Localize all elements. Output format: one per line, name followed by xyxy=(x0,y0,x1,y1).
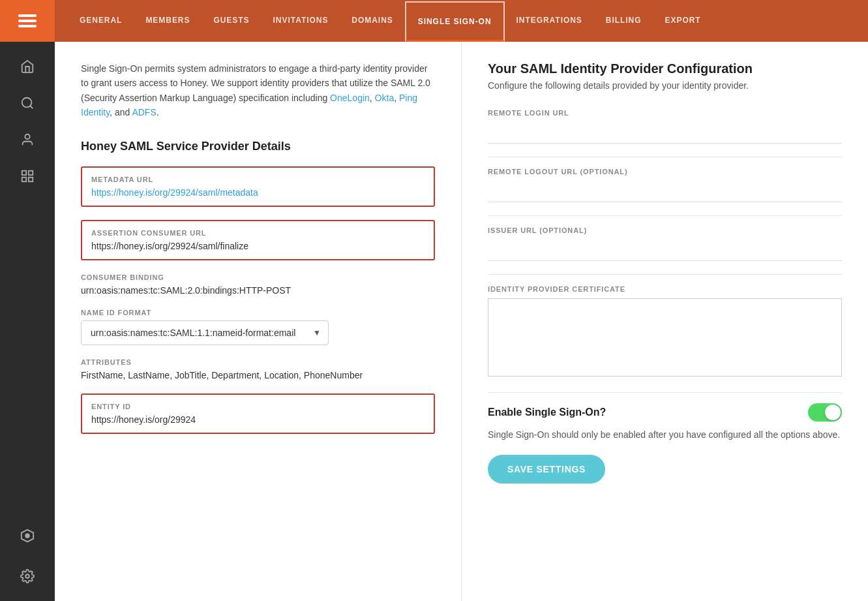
sso-enable-row: Enable Single Sign-On? xyxy=(488,403,842,422)
svg-point-11 xyxy=(25,534,29,538)
nav-invitations[interactable]: INVITATIONS xyxy=(262,0,340,42)
issuer-url-field: ISSUER URL (OPTIONAL) xyxy=(488,226,842,261)
right-title: Your SAML Identity Provider Configuratio… xyxy=(488,61,842,76)
metadata-url-group: METADATA URL https://honey.is/org/29924/… xyxy=(81,166,435,207)
nav-general[interactable]: GENERAL xyxy=(68,0,134,42)
sso-enable-label: Enable Single Sign-On? xyxy=(488,407,606,418)
remote-logout-input[interactable] xyxy=(488,181,842,202)
svg-point-3 xyxy=(22,98,32,108)
onelogin-link[interactable]: OneLogin xyxy=(330,93,370,103)
consumer-binding-group: CONSUMER BINDING urn:oasis:names:tc:SAML… xyxy=(81,273,435,296)
toggle-knob xyxy=(825,405,841,420)
svg-rect-6 xyxy=(22,171,26,175)
right-subtitle: Configure the following details provided… xyxy=(488,80,842,91)
svg-rect-7 xyxy=(29,171,33,175)
remote-logout-label: REMOTE LOGOUT URL (OPTIONAL) xyxy=(488,168,842,176)
svg-rect-2 xyxy=(18,25,37,27)
sso-enable-section: Enable Single Sign-On? Single Sign-On sh… xyxy=(488,392,842,442)
name-id-select[interactable]: urn:oasis:names:tc:SAML:1.1:nameid-forma… xyxy=(81,320,329,345)
name-id-group: NAME ID FORMAT urn:oasis:names:tc:SAML:1… xyxy=(81,309,435,345)
attributes-label: ATTRIBUTES xyxy=(81,358,435,366)
section-title: Honey SAML Service Provider Details xyxy=(81,140,435,153)
nav-billing[interactable]: BILLING xyxy=(594,0,653,42)
nav-export[interactable]: EXPORT xyxy=(653,0,713,42)
save-settings-button[interactable]: SAVE SETTINGS xyxy=(488,455,605,484)
name-id-label: NAME ID FORMAT xyxy=(81,309,435,316)
metadata-url-label: METADATA URL xyxy=(91,176,425,183)
toggle-track xyxy=(808,403,842,422)
remote-login-input[interactable] xyxy=(488,122,842,144)
top-nav: GENERAL MEMBERS GUESTS INVITATIONS DOMAI… xyxy=(55,0,868,42)
nav-single-sign-on[interactable]: SINGLE SIGN-ON xyxy=(405,1,505,42)
entity-id-label: ENTITY ID xyxy=(91,403,425,410)
svg-rect-0 xyxy=(18,14,37,17)
settings-icon[interactable] xyxy=(13,562,42,591)
remote-logout-field: REMOTE LOGOUT URL (OPTIONAL) xyxy=(488,168,842,202)
consumer-binding-label: CONSUMER BINDING xyxy=(81,273,435,281)
nav-guests[interactable]: GUESTS xyxy=(202,0,261,42)
certificate-label: IDENTITY PROVIDER CERTIFICATE xyxy=(488,285,842,293)
entity-id-value: https://honey.is/org/29924 xyxy=(91,414,425,425)
nav-members[interactable]: MEMBERS xyxy=(134,0,202,42)
certificate-field: IDENTITY PROVIDER CERTIFICATE xyxy=(488,285,842,379)
certificate-textarea-wrapper xyxy=(488,298,842,379)
assertion-url-value: https://honey.is/org/29924/saml/finalize xyxy=(91,241,425,251)
svg-rect-8 xyxy=(22,177,26,181)
sso-toggle[interactable] xyxy=(808,403,842,422)
assertion-url-label: ASSERTION CONSUMER URL xyxy=(91,229,425,237)
okta-link[interactable]: Okta xyxy=(375,93,395,103)
svg-rect-1 xyxy=(18,20,37,22)
entity-id-group: ENTITY ID https://honey.is/org/29924 xyxy=(81,393,435,434)
app-logo[interactable] xyxy=(0,0,55,42)
issuer-url-label: ISSUER URL (OPTIONAL) xyxy=(488,226,842,234)
certificate-textarea[interactable] xyxy=(488,298,842,377)
sidebar xyxy=(0,0,55,601)
intro-text: Single Sign-On permits system administra… xyxy=(81,61,435,120)
svg-point-12 xyxy=(25,574,29,578)
grid-icon[interactable] xyxy=(13,162,42,191)
user-icon[interactable] xyxy=(13,125,42,154)
attributes-value: FirstName, LastName, JobTitle, Departmen… xyxy=(81,370,435,380)
svg-rect-9 xyxy=(29,177,33,181)
remote-login-field: REMOTE LOGIN URL xyxy=(488,109,842,144)
hexagon-icon[interactable] xyxy=(13,521,42,550)
main-content: GENERAL MEMBERS GUESTS INVITATIONS DOMAI… xyxy=(55,0,868,601)
sso-enable-desc: Single Sign-On should only be enabled af… xyxy=(488,428,842,442)
left-panel: Single Sign-On permits system administra… xyxy=(55,42,462,601)
assertion-url-group: ASSERTION CONSUMER URL https://honey.is/… xyxy=(81,220,435,260)
nav-domains[interactable]: DOMAINS xyxy=(340,0,404,42)
consumer-binding-value: urn:oasis:names:tc:SAML:2.0:bindings:HTT… xyxy=(81,285,435,296)
metadata-url-value[interactable]: https://honey.is/org/29924/saml/metadata xyxy=(91,187,425,198)
attributes-group: ATTRIBUTES FirstName, LastName, JobTitle… xyxy=(81,358,435,380)
page-body: Single Sign-On permits system administra… xyxy=(55,42,868,601)
issuer-url-input[interactable] xyxy=(488,239,842,261)
nav-integrations[interactable]: INTEGRATIONS xyxy=(505,0,594,42)
svg-point-5 xyxy=(25,134,29,139)
name-id-select-wrapper: urn:oasis:names:tc:SAML:1.1:nameid-forma… xyxy=(81,320,329,345)
remote-login-label: REMOTE LOGIN URL xyxy=(488,109,842,117)
home-icon[interactable] xyxy=(13,52,42,81)
adfs-link[interactable]: ADFS xyxy=(132,107,156,117)
right-panel: Your SAML Identity Provider Configuratio… xyxy=(462,42,868,601)
svg-line-4 xyxy=(30,106,33,108)
search-icon[interactable] xyxy=(13,89,42,117)
